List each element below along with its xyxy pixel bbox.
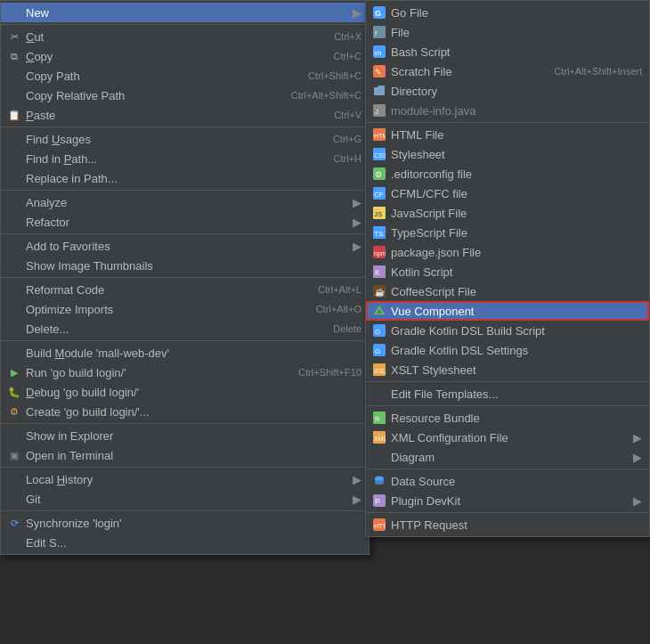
menu-item-reformat[interactable]: Reformat Code Ctrl+Alt+L xyxy=(1,280,369,299)
menu-item-analyze[interactable]: Analyze ▶ xyxy=(1,192,369,212)
menu-item-plugin-devkit[interactable]: P Plugin DevKit ▶ xyxy=(366,491,649,510)
new-icon xyxy=(6,5,22,20)
menu-item-replace-in-path[interactable]: Replace in Path... xyxy=(1,168,369,188)
file-icon: f xyxy=(371,25,387,39)
menu-item-resource-bundle[interactable]: R Resource Bundle xyxy=(366,408,649,428)
menu-item-show-explorer[interactable]: Show in Explorer xyxy=(1,426,369,445)
diagram-icon xyxy=(371,450,387,464)
menu-item-copy[interactable]: ⧉ Copy Ctrl+C xyxy=(1,46,369,66)
sync-icon: ⟳ xyxy=(6,516,22,530)
replace-path-label: Replace in Path... xyxy=(26,172,362,185)
menu-item-edit-s[interactable]: Edit S... xyxy=(1,533,369,552)
analyze-arrow: ▶ xyxy=(353,196,362,209)
copy-path-label: Copy Path xyxy=(26,69,290,83)
favorites-label: Add to Favorites xyxy=(26,240,345,253)
terminal-label: Open in Terminal xyxy=(26,449,362,462)
menu-item-http-request[interactable]: HTTP HTTP Request xyxy=(366,515,649,534)
separator-3 xyxy=(1,190,369,191)
svg-text:K: K xyxy=(375,268,380,277)
new-label: New xyxy=(26,6,345,20)
cfml-icon: CF xyxy=(371,186,387,200)
menu-item-directory[interactable]: Directory xyxy=(366,81,649,101)
menu-item-debug[interactable]: 🐛 Debug 'go build login/' xyxy=(1,382,369,402)
menu-item-cfml[interactable]: CF CFML/CFC file xyxy=(366,183,649,203)
build-icon xyxy=(6,346,22,360)
menu-item-add-favorites[interactable]: Add to Favorites ▶ xyxy=(1,236,369,256)
delete-shortcut: Delete xyxy=(333,323,362,334)
copy-relative-icon xyxy=(6,88,22,102)
menu-item-html-file[interactable]: HTML HTML File xyxy=(366,125,649,144)
menu-item-build-module[interactable]: Build Module 'mall-web-dev' xyxy=(1,343,369,363)
stylesheet-label: Stylesheet xyxy=(391,148,642,161)
menu-item-local-history[interactable]: Local History ▶ xyxy=(1,469,369,489)
menu-item-bash-script[interactable]: sh Bash Script xyxy=(366,42,649,61)
cfml-label: CFML/CFC file xyxy=(391,187,642,200)
menu-item-find-in-path[interactable]: Find in Path... Ctrl+H xyxy=(1,149,369,168)
menu-item-copy-path[interactable]: Copy Path Ctrl+Shift+C xyxy=(1,66,369,86)
paste-label: Paste xyxy=(26,109,316,122)
menu-item-show-thumbnails[interactable]: Show Image Thumbnails xyxy=(1,256,369,275)
separator-4 xyxy=(1,233,369,234)
find-path-icon xyxy=(6,151,22,166)
menu-item-kotlin-script[interactable]: K Kotlin Script xyxy=(366,262,649,281)
gradle-build-icon: G xyxy=(371,323,387,338)
svg-text:TS: TS xyxy=(374,230,383,238)
edit-templates-icon xyxy=(371,387,387,401)
menu-item-go-file[interactable]: G Go File xyxy=(366,3,649,22)
svg-text:✎: ✎ xyxy=(375,68,382,77)
menu-item-git[interactable]: Git ▶ xyxy=(1,489,369,509)
menu-item-cut[interactable]: ✂ Cut Ctrl+X xyxy=(1,27,369,46)
resource-label: Resource Bundle xyxy=(391,412,642,425)
menu-item-new[interactable]: New ▶ xyxy=(1,3,369,22)
find-path-shortcut: Ctrl+H xyxy=(334,153,362,164)
menu-item-xslt[interactable]: XSL XSLT Stylesheet xyxy=(366,360,649,379)
menu-item-run[interactable]: ▶ Run 'go build login/' Ctrl+Shift+F10 xyxy=(1,363,369,382)
vue-label: Vue Component xyxy=(391,305,642,318)
menu-item-edit-file-templates[interactable]: Edit File Templates... xyxy=(366,384,649,404)
refactor-arrow: ▶ xyxy=(353,216,362,229)
svg-text:⚙: ⚙ xyxy=(375,170,382,179)
menu-item-xml-config[interactable]: XML XML Configuration File ▶ xyxy=(366,428,649,447)
svg-text:J: J xyxy=(375,108,378,116)
menu-item-data-source[interactable]: Data Source xyxy=(366,471,649,491)
right-sep-2 xyxy=(366,381,649,382)
svg-text:G: G xyxy=(375,9,381,18)
ts-icon: TS xyxy=(371,225,387,240)
kotlin-label: Kotlin Script xyxy=(391,265,642,279)
menu-item-gradle-kotlin-build[interactable]: G Gradle Kotlin DSL Build Script xyxy=(366,321,649,340)
menu-item-copy-relative-path[interactable]: Copy Relative Path Ctrl+Alt+Shift+C xyxy=(1,86,369,105)
menu-item-javascript[interactable]: JS JavaScript File xyxy=(366,203,649,223)
menu-item-vue-component[interactable]: Vue Component xyxy=(366,301,649,321)
bash-label: Bash Script xyxy=(391,45,642,59)
html-icon: HTML xyxy=(371,127,387,142)
menu-item-optimize-imports[interactable]: Optimize Imports Ctrl+Alt+O xyxy=(1,299,369,319)
menu-item-file[interactable]: f File xyxy=(366,22,649,42)
gradle-build-label: Gradle Kotlin DSL Build Script xyxy=(391,324,642,338)
plugin-icon: P xyxy=(371,493,387,508)
menu-item-diagram[interactable]: Diagram ▶ xyxy=(366,447,649,467)
menu-item-stylesheet[interactable]: CSS Stylesheet xyxy=(366,144,649,164)
menu-item-open-terminal[interactable]: ▣ Open in Terminal xyxy=(1,445,369,465)
diagram-label: Diagram xyxy=(391,451,626,464)
menu-item-paste[interactable]: 📋 Paste Ctrl+V xyxy=(1,105,369,125)
menu-item-create[interactable]: ⚙ Create 'go build login/'... xyxy=(1,402,369,421)
menu-item-coffeescript[interactable]: ☕ CoffeeScript File xyxy=(366,281,649,301)
thumbnails-label: Show Image Thumbnails xyxy=(26,259,362,273)
menu-item-synchronize[interactable]: ⟳ Synchronize 'login' xyxy=(1,513,369,533)
right-sep-1 xyxy=(366,122,649,123)
menu-item-gradle-kotlin-settings[interactable]: G Gradle Kotlin DSL Settings xyxy=(366,340,649,360)
separator-8 xyxy=(1,467,369,468)
cut-label: Cut xyxy=(26,30,316,44)
analyze-icon xyxy=(6,195,22,209)
menu-item-editorconfig[interactable]: ⚙ .editorconfig file xyxy=(366,164,649,183)
menu-item-package-json[interactable]: npm package.json File xyxy=(366,242,649,262)
find-usages-shortcut: Ctrl+G xyxy=(333,134,362,144)
menu-item-scratch-file[interactable]: ✎ Scratch File Ctrl+Alt+Shift+Insert xyxy=(366,61,649,81)
svg-text:HTML: HTML xyxy=(374,133,386,139)
menu-item-refactor[interactable]: Refactor ▶ xyxy=(1,212,369,232)
menu-item-typescript[interactable]: TS TypeScript File xyxy=(366,223,649,242)
menu-item-delete[interactable]: Delete... Delete xyxy=(1,319,369,338)
data-source-icon xyxy=(371,474,387,488)
reformat-label: Reformat Code xyxy=(26,283,300,297)
menu-item-find-usages[interactable]: Find Usages Ctrl+G xyxy=(1,129,369,149)
